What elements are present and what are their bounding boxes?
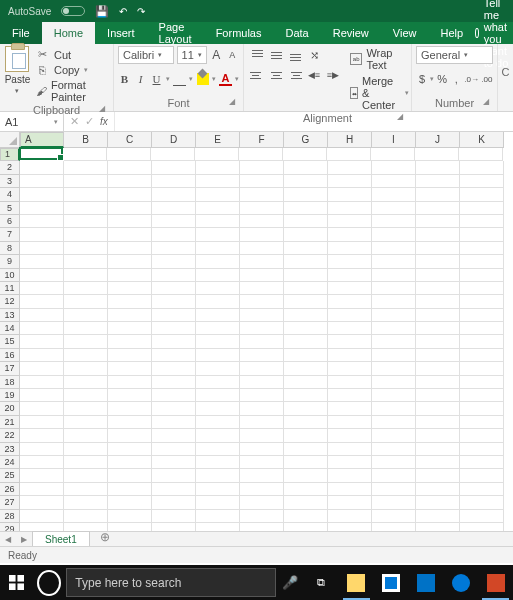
cell-E10[interactable] [196,269,240,282]
cell-F11[interactable] [240,282,284,295]
cell-A4[interactable] [20,188,64,201]
cell-K15[interactable] [460,335,504,348]
row-header-5[interactable]: 5 [0,202,20,215]
cell-K7[interactable] [460,228,504,241]
cell-J23[interactable] [416,443,460,456]
cell-G8[interactable] [284,242,328,255]
cell-B12[interactable] [64,295,108,308]
number-dialog-icon[interactable]: ◢ [483,97,489,106]
font-size-select[interactable]: 11▾ [177,46,207,64]
cell-G25[interactable] [284,469,328,482]
alignment-dialog-icon[interactable]: ◢ [397,112,403,121]
cell-I4[interactable] [372,188,416,201]
cell-B18[interactable] [64,376,108,389]
start-button[interactable] [0,565,32,600]
cell-F19[interactable] [240,389,284,402]
cell-A3[interactable] [20,175,64,188]
cell-G16[interactable] [284,349,328,362]
cell-J28[interactable] [416,510,460,523]
cell-H13[interactable] [328,309,372,322]
cell-A11[interactable] [20,282,64,295]
cell-A25[interactable] [20,469,64,482]
cell-E15[interactable] [196,335,240,348]
cell-H6[interactable] [328,215,372,228]
cell-D23[interactable] [152,443,196,456]
col-header-I[interactable]: I [372,132,416,148]
cell-A23[interactable] [20,443,64,456]
cell-B4[interactable] [64,188,108,201]
cell-G15[interactable] [284,335,328,348]
cell-B27[interactable] [64,496,108,509]
row-header-27[interactable]: 27 [0,496,20,509]
cell-C21[interactable] [108,416,152,429]
cell-D9[interactable] [152,255,196,268]
cell-B28[interactable] [64,510,108,523]
cancel-formula-icon[interactable]: ✕ [70,115,79,128]
cell-G27[interactable] [284,496,328,509]
cell-D25[interactable] [152,469,196,482]
align-middle-button[interactable] [267,46,285,64]
mic-icon[interactable]: 🎤 [276,575,304,590]
paste-dropdown-icon[interactable]: ▾ [15,87,19,95]
cell-E16[interactable] [196,349,240,362]
row-header-21[interactable]: 21 [0,416,20,429]
cell-K2[interactable] [460,161,504,174]
cell-K13[interactable] [460,309,504,322]
cell-K8[interactable] [460,242,504,255]
row-header-3[interactable]: 3 [0,175,20,188]
cell-C26[interactable] [108,483,152,496]
row-header-29[interactable]: 29 [0,523,20,531]
cell-J1[interactable] [415,148,459,161]
cell-J15[interactable] [416,335,460,348]
merge-center-button[interactable]: ⬌Merge & Center▾ [349,74,410,112]
cell-B15[interactable] [64,335,108,348]
row-header-11[interactable]: 11 [0,282,20,295]
cell-H29[interactable] [328,523,372,531]
cell-I3[interactable] [372,175,416,188]
cell-B13[interactable] [64,309,108,322]
cell-F16[interactable] [240,349,284,362]
align-right-button[interactable] [286,66,304,84]
cell-B2[interactable] [64,161,108,174]
cell-D20[interactable] [152,402,196,415]
cell-H26[interactable] [328,483,372,496]
cell-I7[interactable] [372,228,416,241]
cell-A9[interactable] [20,255,64,268]
tab-review[interactable]: Review [321,22,381,44]
cell-A24[interactable] [20,456,64,469]
cell-H17[interactable] [328,362,372,375]
cell-C5[interactable] [108,202,152,215]
cell-D3[interactable] [152,175,196,188]
cell-C18[interactable] [108,376,152,389]
cell-G9[interactable] [284,255,328,268]
cell-B22[interactable] [64,429,108,442]
cell-A18[interactable] [20,376,64,389]
sheet-tab[interactable]: Sheet1 [32,531,90,546]
cell-E29[interactable] [196,523,240,531]
cell-K16[interactable] [460,349,504,362]
cell-I23[interactable] [372,443,416,456]
cell-E26[interactable] [196,483,240,496]
cell-B8[interactable] [64,242,108,255]
cell-D19[interactable] [152,389,196,402]
col-header-F[interactable]: F [240,132,284,148]
font-name-select[interactable]: Calibri▾ [118,46,174,64]
cell-B6[interactable] [64,215,108,228]
increase-indent-button[interactable]: ≡▶ [324,66,342,84]
cell-C2[interactable] [108,161,152,174]
sheet-nav-next[interactable]: ▶ [16,532,32,547]
tab-file[interactable]: File [0,22,42,44]
align-bottom-button[interactable] [286,46,304,64]
cortana-icon[interactable] [37,570,61,596]
cell-E21[interactable] [196,416,240,429]
cell-G14[interactable] [284,322,328,335]
cell-E24[interactable] [196,456,240,469]
sheet-nav-prev[interactable]: ◀ [0,532,16,547]
cell-K27[interactable] [460,496,504,509]
row-header-28[interactable]: 28 [0,510,20,523]
cell-C27[interactable] [108,496,152,509]
autosave-toggle[interactable] [61,6,85,16]
cell-F7[interactable] [240,228,284,241]
cell-A8[interactable] [20,242,64,255]
cell-G1[interactable] [283,148,327,161]
